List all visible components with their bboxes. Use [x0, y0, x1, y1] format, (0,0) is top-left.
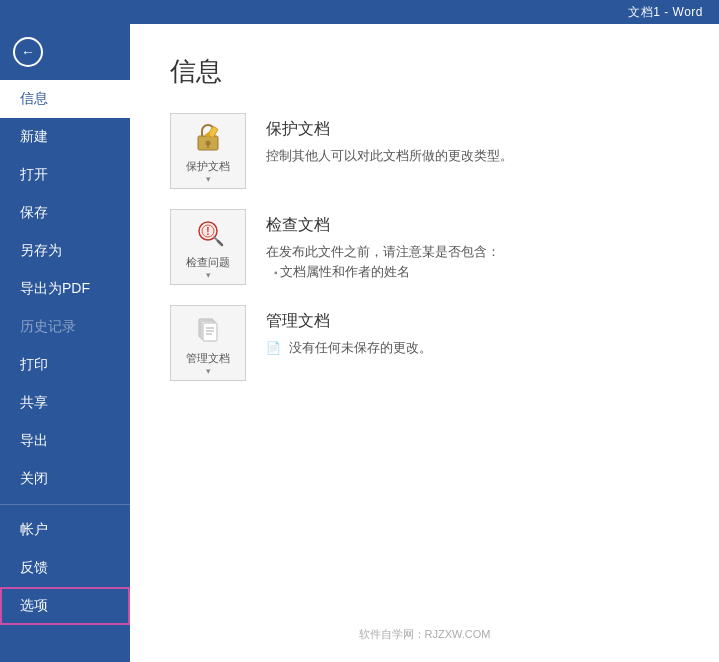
protect-icon-box[interactable]: 保护文档 ▾: [170, 113, 246, 189]
inspect-title: 检查文档: [266, 215, 679, 236]
section-list: 保护文档 ▾ 保护文档 控制其他人可以对此文档所做的更改类型。 !: [170, 113, 679, 381]
back-circle-icon: ←: [13, 37, 43, 67]
svg-rect-12: [203, 323, 217, 341]
sidebar-item-export[interactable]: 导出: [0, 422, 130, 460]
back-button[interactable]: ←: [8, 32, 48, 72]
manage-desc: 📄 没有任何未保存的更改。: [266, 338, 679, 358]
protect-info: 保护文档 控制其他人可以对此文档所做的更改类型。: [266, 113, 679, 166]
sidebar-item-exportpdf[interactable]: 导出为PDF: [0, 270, 130, 308]
title-bar-text: 文档1 - Word: [628, 4, 703, 21]
back-arrow-icon: ←: [21, 44, 35, 60]
svg-line-9: [218, 241, 222, 245]
sidebar-nav: 信息 新建 打开 保存 另存为 导出为PDF 历史记录 打印: [0, 80, 130, 662]
sidebar-item-label: 保存: [20, 204, 48, 220]
sidebar-item-options[interactable]: 选项: [0, 587, 130, 625]
inspect-icon-label: 检查问题: [186, 255, 230, 270]
sidebar-item-label: 新建: [20, 128, 48, 144]
sidebar-divider: [0, 504, 130, 505]
manage-title: 管理文档: [266, 311, 679, 332]
sidebar: ← 信息 新建 打开 保存 另存为 导出为PDF 历史记录: [0, 24, 130, 662]
manage-info: 管理文档 📄 没有任何未保存的更改。: [266, 305, 679, 358]
section-manage: 管理文档 ▾ 管理文档 📄 没有任何未保存的更改。: [170, 305, 679, 381]
manage-icon-box[interactable]: 管理文档 ▾: [170, 305, 246, 381]
section-inspect: ! 检查问题 ▾ 检查文档 在发布此文件之前，请注意某是否包含： 文档属性和作者…: [170, 209, 679, 285]
section-protect: 保护文档 ▾ 保护文档 控制其他人可以对此文档所做的更改类型。: [170, 113, 679, 189]
sidebar-bottom: 帐户 反馈 选项: [0, 511, 130, 637]
protect-desc: 控制其他人可以对此文档所做的更改类型。: [266, 146, 679, 166]
lock-icon: [190, 119, 226, 155]
inspect-dropdown-arrow: ▾: [206, 270, 211, 280]
sidebar-item-print[interactable]: 打印: [0, 346, 130, 384]
sidebar-item-label: 信息: [20, 90, 48, 106]
sidebar-item-history: 历史记录: [0, 308, 130, 346]
protect-icon-label: 保护文档: [186, 159, 230, 174]
footer: 软件自学网：RJZXW.COM: [170, 611, 679, 642]
inspect-desc: 在发布此文件之前，请注意某是否包含： 文档属性和作者的姓名: [266, 242, 679, 281]
inspect-icon-box[interactable]: ! 检查问题 ▾: [170, 209, 246, 285]
sidebar-item-label: 共享: [20, 394, 48, 410]
title-bar: 文档1 - Word: [0, 0, 719, 24]
sidebar-item-new[interactable]: 新建: [0, 118, 130, 156]
sidebar-item-info[interactable]: 信息: [0, 80, 130, 118]
inspect-icon: !: [190, 215, 226, 251]
sidebar-item-label: 导出: [20, 432, 48, 448]
manage-icon-label: 管理文档: [186, 351, 230, 366]
sidebar-item-label: 关闭: [20, 470, 48, 486]
sidebar-item-share[interactable]: 共享: [0, 384, 130, 422]
sidebar-item-label: 反馈: [20, 559, 48, 575]
sidebar-item-close[interactable]: 关闭: [0, 460, 130, 498]
inspect-bullet-1: 文档属性和作者的姓名: [274, 262, 679, 282]
manage-dropdown-arrow: ▾: [206, 366, 211, 376]
svg-text:!: !: [206, 226, 209, 237]
sidebar-item-account[interactable]: 帐户: [0, 511, 130, 549]
protect-dropdown-arrow: ▾: [206, 174, 211, 184]
protect-title: 保护文档: [266, 119, 679, 140]
sidebar-item-label: 导出为PDF: [20, 280, 90, 296]
svg-point-1: [206, 140, 211, 145]
sidebar-item-label: 帐户: [20, 521, 48, 537]
sidebar-item-label: 打印: [20, 356, 48, 372]
sidebar-item-label: 选项: [20, 597, 48, 613]
page-title: 信息: [170, 54, 679, 89]
sidebar-item-open[interactable]: 打开: [0, 156, 130, 194]
app-body: ← 信息 新建 打开 保存 另存为 导出为PDF 历史记录: [0, 24, 719, 662]
sidebar-item-label: 历史记录: [20, 318, 76, 334]
inspect-info: 检查文档 在发布此文件之前，请注意某是否包含： 文档属性和作者的姓名: [266, 209, 679, 281]
sidebar-item-label: 另存为: [20, 242, 62, 258]
sidebar-item-save[interactable]: 保存: [0, 194, 130, 232]
sidebar-item-saveas[interactable]: 另存为: [0, 232, 130, 270]
sidebar-item-label: 打开: [20, 166, 48, 182]
manage-icon: [190, 311, 226, 347]
main-content: 信息 保护文档 ▾: [130, 24, 719, 662]
manage-page-icon: 📄: [266, 341, 281, 355]
sidebar-item-feedback[interactable]: 反馈: [0, 549, 130, 587]
